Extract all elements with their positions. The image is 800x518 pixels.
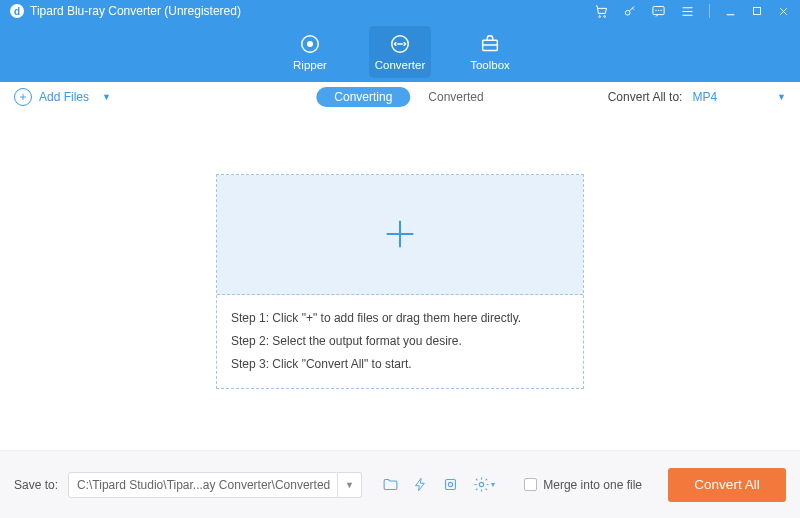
svg-point-4 [656,9,657,10]
add-files-button[interactable]: Add Files ▼ [14,88,111,106]
convert-all-to-label: Convert All to: [608,90,683,104]
mode-ripper[interactable]: Ripper [279,26,341,78]
svg-point-14 [479,482,483,486]
convert-all-button[interactable]: Convert All [668,468,786,502]
checkbox-icon [524,478,537,491]
speed-icon[interactable] [413,476,428,493]
plus-circle-icon [14,88,32,106]
svg-point-1 [604,15,606,17]
save-path-value: C:\Tipard Studio\Tipar...ay Converter\Co… [77,478,330,492]
divider [709,4,710,18]
save-path-dropdown[interactable]: ▼ [338,472,362,498]
svg-point-9 [308,42,313,47]
key-icon[interactable] [623,4,637,18]
svg-point-13 [448,482,452,486]
settings-icon[interactable]: ▾ [473,476,495,493]
step-3-text: Step 3: Click "Convert All" to start. [231,353,569,376]
tab-converted[interactable]: Converted [428,90,483,104]
svg-point-6 [661,9,662,10]
merge-label: Merge into one file [543,478,642,492]
merge-checkbox[interactable]: Merge into one file [524,478,642,492]
open-folder-icon[interactable] [382,476,399,493]
dropzone: Step 1: Click "+" to add files or drag t… [216,174,584,389]
svg-point-0 [599,15,601,17]
tab-converting[interactable]: Converting [316,87,410,107]
step-1-text: Step 1: Click "+" to add files or drag t… [231,307,569,330]
svg-rect-7 [754,8,761,15]
save-path-field[interactable]: C:\Tipard Studio\Tipar...ay Converter\Co… [68,472,338,498]
dropzone-add-area[interactable] [217,175,583,296]
add-files-label: Add Files [39,90,89,104]
menu-icon[interactable] [680,4,695,19]
save-to-label: Save to: [14,478,58,492]
gpu-icon[interactable] [442,476,459,493]
window-title: Tipard Blu-ray Converter (Unregistered) [30,4,241,18]
app-logo-icon: d [10,4,24,18]
svg-point-2 [625,10,630,15]
chevron-down-icon: ▼ [777,92,786,102]
chevron-down-icon: ▼ [102,92,111,102]
step-2-text: Step 2: Select the output format you des… [231,330,569,353]
maximize-icon[interactable] [751,5,763,17]
mode-toolbox-label: Toolbox [470,59,510,71]
feedback-icon[interactable] [651,4,666,19]
mode-ripper-label: Ripper [293,59,327,71]
svg-rect-12 [446,480,456,490]
output-format-value: MP4 [692,90,717,104]
minimize-icon[interactable] [724,5,737,18]
svg-point-5 [658,9,659,10]
mode-toolbox[interactable]: Toolbox [459,26,521,78]
output-format-dropdown[interactable]: MP4 ▼ [692,90,786,104]
cart-icon[interactable] [594,4,609,19]
close-icon[interactable] [777,5,790,18]
dropzone-instructions: Step 1: Click "+" to add files or drag t… [217,295,583,387]
mode-converter[interactable]: Converter [369,26,431,78]
plus-icon [380,214,420,254]
mode-converter-label: Converter [375,59,426,71]
